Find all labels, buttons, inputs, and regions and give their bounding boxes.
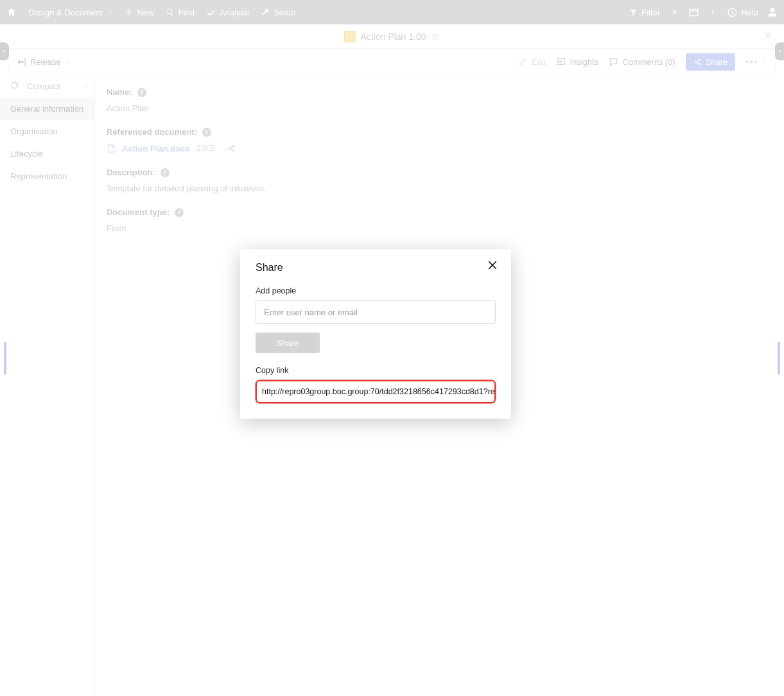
sidenav-mode-label: Compact xyxy=(27,82,60,91)
search-icon xyxy=(166,8,175,17)
filter-button[interactable]: Filter xyxy=(629,8,660,17)
document-titlebar: Action Plan 1.00 xyxy=(0,24,784,49)
comments-button[interactable]: Comments (0) xyxy=(609,57,675,67)
design-document-label: Design & Document xyxy=(28,8,103,17)
file-icon xyxy=(107,143,116,153)
svg-point-9 xyxy=(232,150,234,152)
refdoc-file-link[interactable]: Action Plan.docx xyxy=(122,144,189,153)
share-button[interactable]: Share xyxy=(686,53,736,71)
chevron-down-icon xyxy=(761,58,767,65)
doctype-label: Document type: xyxy=(107,207,170,217)
more-options-button[interactable]: ••• xyxy=(745,57,767,67)
sidenav-item-organisation[interactable]: Organisation xyxy=(0,120,94,143)
copy-link-value: http://repro03group.boc.group:70/tdd2f32… xyxy=(262,387,496,396)
field-referenced-document: Referenced document: i Action Plan.docx … xyxy=(107,127,771,153)
sidenav-item-lifecycle[interactable]: Lifecycle xyxy=(0,143,94,165)
chevron-left-icon xyxy=(669,7,679,17)
chevron-down-icon xyxy=(65,58,71,65)
setup-label: Setup xyxy=(274,8,295,17)
add-people-label: Add people xyxy=(256,286,496,295)
svg-point-7 xyxy=(228,148,230,150)
description-value: Template for detailed planning of initia… xyxy=(107,184,771,193)
chart-icon xyxy=(206,8,216,17)
sidenav-item-label: Representation xyxy=(10,171,67,181)
release-button[interactable]: Release xyxy=(17,57,71,67)
chevron-right-icon xyxy=(708,7,719,17)
chevron-right-icon xyxy=(83,82,88,90)
info-icon[interactable]: i xyxy=(137,88,146,97)
modal-close-button[interactable] xyxy=(487,259,498,273)
sidenav-item-label: Lifecycle xyxy=(10,149,43,159)
insights-icon xyxy=(556,57,566,67)
edit-icon xyxy=(519,57,528,66)
release-label: Release xyxy=(30,57,61,67)
add-people-input[interactable] xyxy=(256,300,496,324)
document-toolbar: Release Edit Insights Comments (0) Share… xyxy=(8,49,776,74)
field-name: Name: i Action Plan xyxy=(107,87,771,113)
home-icon[interactable] xyxy=(6,7,17,17)
sidenav-mode-row[interactable]: Compact xyxy=(0,74,94,98)
close-document-button[interactable] xyxy=(763,31,772,42)
chevron-down-icon xyxy=(107,9,113,15)
field-document-type: Document type: i Form xyxy=(107,207,771,233)
analyse-button[interactable]: Analyse xyxy=(206,8,249,17)
insights-button[interactable]: Insights xyxy=(556,57,598,67)
new-button[interactable]: New xyxy=(125,8,154,17)
name-label: Name: xyxy=(107,87,132,97)
help-icon: ? xyxy=(727,8,737,17)
edit-button[interactable]: Edit xyxy=(519,57,546,67)
plus-icon xyxy=(125,8,134,17)
comment-icon xyxy=(609,57,618,67)
modal-share-button-label: Share xyxy=(277,338,299,348)
refdoc-label: Referenced document: xyxy=(107,127,197,137)
doctype-value: Form xyxy=(107,223,771,233)
top-navbar: Design & Document New Find Analyse Setup… xyxy=(0,0,784,24)
name-value: Action Plan xyxy=(107,103,771,113)
comments-label: Comments (0) xyxy=(622,57,675,67)
more-icon: ••• xyxy=(745,57,758,67)
insights-label: Insights xyxy=(570,57,598,67)
description-label: Description: xyxy=(107,168,155,177)
design-document-menu[interactable]: Design & Document xyxy=(28,8,113,17)
modal-title: Share xyxy=(256,262,496,274)
share-file-icon[interactable] xyxy=(227,144,236,153)
setup-button[interactable]: Setup xyxy=(261,8,295,17)
modal-share-button: Share xyxy=(256,333,320,353)
wrench-icon xyxy=(261,8,270,17)
right-drawer-toggle[interactable] xyxy=(775,42,784,60)
info-icon[interactable]: i xyxy=(202,128,211,137)
share-label: Share xyxy=(706,57,728,67)
find-button[interactable]: Find xyxy=(166,8,195,17)
help-button[interactable]: ? Help xyxy=(727,8,758,17)
user-menu[interactable] xyxy=(767,7,778,17)
document-title: Action Plan 1.00 xyxy=(361,31,426,42)
copy-link-field[interactable]: http://repro03group.boc.group:70/tdd2f32… xyxy=(256,380,496,403)
sidenav-item-label: Organisation xyxy=(10,126,58,136)
edit-label: Edit xyxy=(532,57,546,67)
nav-next-button[interactable] xyxy=(708,7,719,17)
help-label: Help xyxy=(741,8,758,17)
window-icon xyxy=(688,7,699,18)
svg-text:?: ? xyxy=(731,10,734,15)
document-thumb-icon xyxy=(344,31,356,42)
svg-point-8 xyxy=(232,145,234,147)
sidenav-item-representation[interactable]: Representation xyxy=(0,165,94,187)
user-icon xyxy=(767,7,778,17)
sidenav-item-general-information[interactable]: General information xyxy=(0,98,94,120)
left-drawer-toggle[interactable] xyxy=(0,42,9,60)
side-nav: Compact General information Organisation… xyxy=(0,74,95,696)
window-button[interactable] xyxy=(688,7,699,18)
info-icon[interactable]: i xyxy=(175,208,184,217)
refdoc-file-size: 13KB xyxy=(196,144,214,153)
release-icon xyxy=(17,57,26,67)
star-outline-icon[interactable] xyxy=(431,32,440,41)
right-rail-accent xyxy=(778,342,780,374)
share-modal: Share Add people Share Copy link http://… xyxy=(240,249,511,419)
info-icon[interactable]: i xyxy=(161,168,170,177)
filter-label: Filter xyxy=(641,8,660,17)
find-label: Find xyxy=(179,8,195,17)
sidenav-item-label: General information xyxy=(10,104,83,114)
analyse-label: Analyse xyxy=(220,8,249,17)
share-icon xyxy=(693,58,702,66)
nav-prev-button[interactable] xyxy=(669,7,679,17)
